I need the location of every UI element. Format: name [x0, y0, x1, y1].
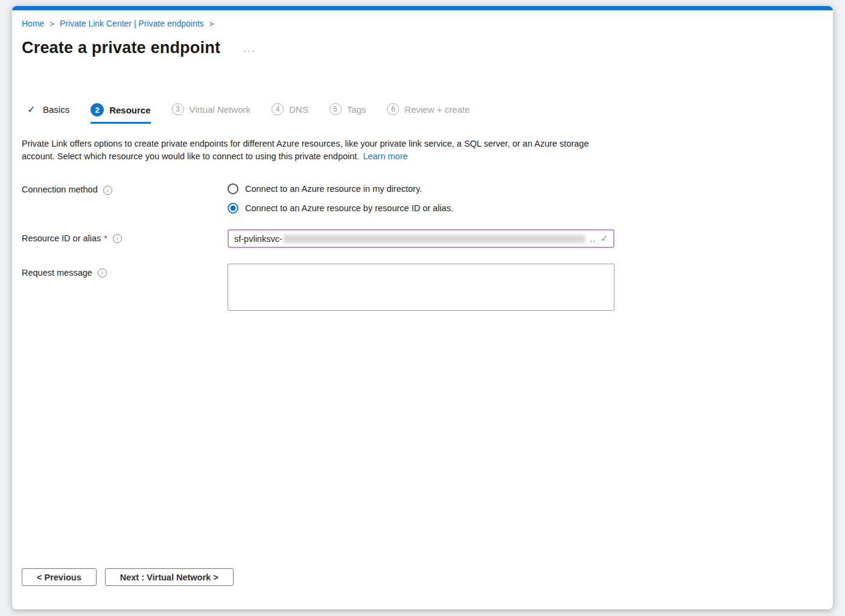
redacted-value-blur [283, 235, 585, 243]
info-icon[interactable]: i [98, 268, 107, 278]
radio-connect-resource-id-alias[interactable]: Connect to an Azure resource by resource… [228, 203, 614, 214]
info-icon[interactable]: i [113, 234, 122, 243]
valid-check-icon: ✓ [601, 234, 608, 244]
next-virtual-network-button[interactable]: Next : Virtual Network > [105, 568, 234, 586]
breadcrumb-private-link-center-link[interactable]: Private Link Center | Private endpoints [60, 19, 204, 28]
resource-id-label: Resource ID or alias * i [22, 229, 228, 247]
page-content: Home > Private Link Center | Private end… [12, 10, 833, 609]
learn-more-link[interactable]: Learn more [363, 151, 407, 161]
tab-review-create[interactable]: 6 Review + create [387, 103, 470, 122]
description-text: Private Link offers options to create pr… [22, 139, 588, 161]
connection-method-row: Connection method i Connect to an Azure … [22, 183, 823, 214]
radio-label: Connect to an Azure resource in my direc… [245, 184, 422, 194]
request-message-textarea[interactable] [228, 264, 614, 311]
breadcrumb-home-link[interactable]: Home [22, 19, 44, 28]
radio-connect-my-directory[interactable]: Connect to an Azure resource in my direc… [228, 183, 614, 194]
more-options-icon[interactable]: ··· [243, 41, 256, 55]
tab-dns[interactable]: 4 DNS [272, 103, 308, 122]
tab-label: Review + create [404, 104, 470, 115]
previous-button[interactable]: < Previous [22, 568, 97, 586]
step-number-badge: 2 [91, 103, 104, 116]
tab-label: Tags [347, 104, 366, 115]
page-title: Create a private endpoint [22, 39, 220, 57]
resource-id-value-suffix: .. [590, 234, 596, 244]
check-icon: ✓ [25, 103, 37, 115]
info-icon[interactable]: i [103, 186, 112, 195]
step-number-badge: 3 [172, 103, 184, 115]
step-number-badge: 6 [387, 103, 399, 115]
tab-tags[interactable]: 5 Tags [330, 103, 366, 122]
breadcrumb-separator: > [49, 19, 54, 28]
connection-method-radio-group: Connect to an Azure resource in my direc… [228, 183, 614, 214]
step-number-badge: 5 [330, 103, 342, 115]
accent-top-bar [12, 6, 833, 10]
tab-label: DNS [289, 104, 308, 115]
page-card: Home > Private Link Center | Private end… [12, 6, 833, 609]
title-row: Create a private endpoint ··· [22, 39, 823, 57]
step-number-badge: 4 [272, 103, 284, 115]
field-label-text: Request message [22, 268, 92, 278]
page-description: Private Link offers options to create pr… [22, 138, 619, 163]
field-label-text: Connection method [22, 185, 98, 194]
wizard-footer: < Previous Next : Virtual Network > [22, 568, 234, 586]
wizard-tabs: ✓ Basics 2 Resource 3 Virtual Network 4 … [22, 103, 823, 124]
required-asterisk: * [104, 233, 107, 243]
tab-resource[interactable]: 2 Resource [91, 103, 150, 124]
radio-selected-icon[interactable] [228, 203, 238, 214]
tab-label: Basics [43, 104, 69, 115]
resource-id-input[interactable]: sf-pvlinksvc- .. ✓ [228, 229, 614, 248]
radio-label: Connect to an Azure resource by resource… [245, 203, 453, 213]
resource-form: Connection method i Connect to an Azure … [22, 183, 823, 311]
breadcrumb: Home > Private Link Center | Private end… [22, 19, 823, 28]
field-label-text: Resource ID or alias [22, 233, 101, 243]
tab-virtual-network[interactable]: 3 Virtual Network [172, 103, 250, 122]
breadcrumb-separator: > [209, 19, 214, 28]
resource-id-row: Resource ID or alias * i sf-pvlinksvc- .… [22, 229, 823, 248]
request-message-row: Request message i [22, 264, 823, 311]
connection-method-label: Connection method i [22, 183, 228, 214]
request-message-label: Request message i [22, 264, 228, 282]
radio-unselected-icon[interactable] [228, 183, 238, 194]
tab-basics[interactable]: ✓ Basics [25, 103, 69, 122]
tab-label: Virtual Network [190, 104, 250, 115]
tab-label: Resource [109, 105, 150, 115]
resource-id-value-prefix: sf-pvlinksvc- [234, 234, 282, 244]
